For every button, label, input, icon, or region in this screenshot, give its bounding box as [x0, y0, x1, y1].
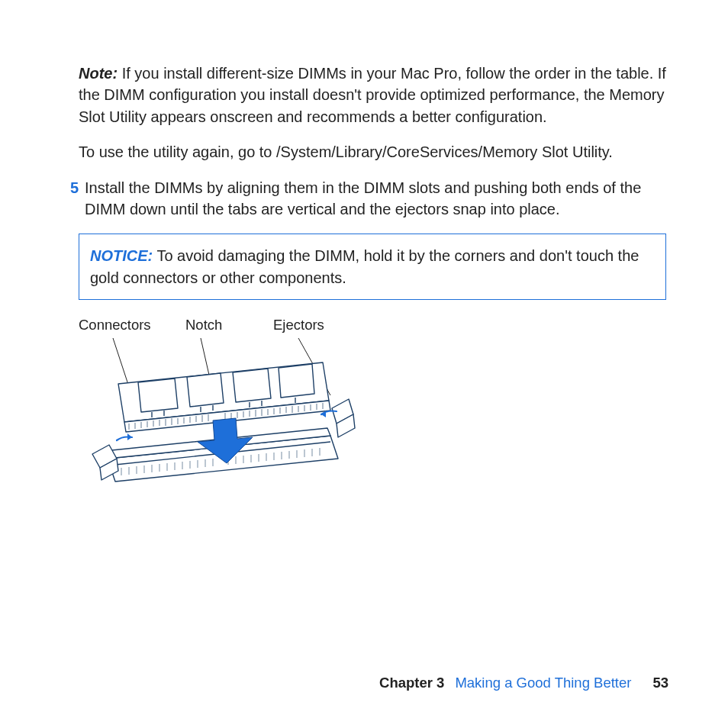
chapter-title: Making a Good Thing Better: [455, 675, 631, 691]
page-number: 53: [652, 675, 668, 691]
label-notch: Notch: [185, 317, 273, 333]
utility-paragraph: To use the utility again, go to /System/…: [79, 141, 666, 163]
step-number: 5: [62, 177, 85, 198]
note-head: Note:: [79, 65, 118, 82]
svg-marker-5: [187, 373, 224, 407]
svg-marker-7: [279, 364, 314, 398]
step-text: Install the DIMMs by aligning them in th…: [85, 177, 666, 221]
page-body: Note: If you install different-size DIMM…: [79, 63, 666, 491]
page-footer: Chapter 3 Making a Good Thing Better 53: [379, 675, 668, 691]
note-paragraph: Note: If you install different-size DIMM…: [79, 63, 666, 127]
notice-head: NOTICE:: [90, 247, 153, 264]
label-ejectors: Ejectors: [273, 317, 365, 333]
note-body: If you install different-size DIMMs in y…: [79, 65, 666, 125]
svg-marker-4: [138, 378, 178, 412]
figure: Connectors Notch Ejectors: [79, 317, 460, 491]
label-connectors: Connectors: [79, 317, 185, 333]
svg-marker-80: [127, 433, 132, 440]
figure-labels-row: Connectors Notch Ejectors: [79, 317, 460, 333]
notice-body: To avoid damaging the DIMM, hold it by t…: [90, 247, 639, 285]
step-row: 5 Install the DIMMs by aligning them in …: [62, 177, 666, 221]
chapter-number: Chapter 3: [379, 675, 444, 691]
notice-box: NOTICE: To avoid damaging the DIMM, hold…: [79, 234, 666, 300]
dimm-illustration: [79, 338, 361, 491]
svg-marker-6: [233, 369, 271, 402]
